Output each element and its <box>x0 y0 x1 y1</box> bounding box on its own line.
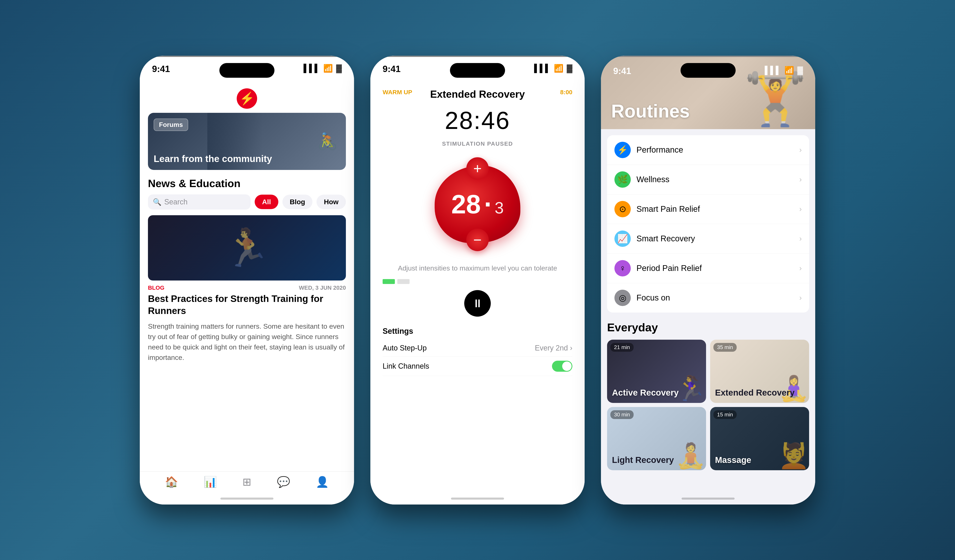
routine-wellness[interactable]: 🌿 Wellness › <box>607 165 809 194</box>
workout-title-row: WARM UP Extended Recovery 8:00 <box>370 82 585 102</box>
home-indicator-2 <box>451 497 504 500</box>
card-active-recovery[interactable]: 🏃‍♀️ 21 min Active Recovery <box>607 339 706 403</box>
routines-list: ⚡ Performance › 🌿 Wellness › ⊙ Smart Pai… <box>607 135 809 313</box>
settings-section: Settings Auto Step-Up Every 2nd › Link C… <box>370 323 585 380</box>
logo-circle: ⚡ <box>237 88 257 109</box>
intensity-decimal: 3 <box>495 199 504 217</box>
dynamic-island-3 <box>681 63 736 78</box>
massage-bg: 💆 15 min Massage <box>710 407 809 470</box>
dynamic-island <box>219 63 274 78</box>
chevron-performance: › <box>799 145 802 154</box>
period-pain-label: Period Pain Relief <box>636 264 794 273</box>
nav-home[interactable]: 🏠 <box>165 476 178 488</box>
light-recovery-person: 🧘 <box>675 441 706 470</box>
signal-icon-2: ▌▌▌ <box>534 64 551 73</box>
intensity-dot: · <box>484 189 492 219</box>
light-recovery-bg: 🧘 30 min Light Recovery <box>607 407 706 470</box>
channel-bar-2 <box>397 279 410 284</box>
routine-focus-on[interactable]: ◎ Focus on › <box>607 283 809 313</box>
card-light-recovery[interactable]: 🧘 30 min Light Recovery <box>607 407 706 470</box>
decrease-intensity-button[interactable]: − <box>466 229 489 251</box>
status-time-3: 9:41 <box>613 66 631 76</box>
phone-3: 9:41 ▌▌▌ 📶 ▓ 🏋️ Routines ⚡ Performance › <box>601 56 815 505</box>
news-section-title: News & Education <box>140 170 354 194</box>
article-category-label: BLOG <box>148 285 164 291</box>
link-channels-label: Link Channels <box>383 362 429 371</box>
wifi-icon-3: 📶 <box>784 66 794 75</box>
routine-smart-recovery[interactable]: 📈 Smart Recovery › <box>607 224 809 253</box>
phone-1: 9:41 ▌▌▌ 📶 ▓ ⚡ Forums Learn from the com… <box>140 56 354 505</box>
nav-profile[interactable]: 👤 <box>316 476 329 488</box>
extended-recovery-bg: 🧘‍♀️ 35 min Extended Recovery <box>710 339 809 403</box>
increase-intensity-button[interactable]: + <box>466 157 489 180</box>
article-image: 🏃 <box>148 215 346 280</box>
wellness-label: Wellness <box>636 175 794 184</box>
smart-pain-label: Smart Pain Relief <box>636 205 794 214</box>
active-recovery-person: 🏃‍♀️ <box>675 374 706 403</box>
forums-banner[interactable]: Forums Learn from the community <box>148 113 346 170</box>
battery-icon-3: ▓ <box>797 66 803 75</box>
time-remaining: 8:00 <box>560 89 572 96</box>
chevron-smart-pain: › <box>799 205 802 213</box>
home-indicator-1 <box>221 497 274 500</box>
article-meta: BLOG WED, 3 JUN 2020 <box>140 280 354 293</box>
forums-bg: Forums Learn from the community <box>148 113 346 170</box>
phone-2: 9:41 ▌▌▌ 📶 ▓ WARM UP Extended Recovery 8… <box>370 56 585 505</box>
status-icons-1: ▌▌▌ 📶 ▓ <box>304 64 342 73</box>
home-indicator-3 <box>681 497 734 500</box>
nav-apps[interactable]: ⊞ <box>243 476 251 488</box>
chevron-right-icon: › <box>570 344 572 352</box>
status-time-2: 9:41 <box>383 64 401 74</box>
focus-on-label: Focus on <box>636 293 794 302</box>
auto-step-up-row[interactable]: Auto Step-Up Every 2nd › <box>383 339 572 357</box>
routine-period-pain[interactable]: ♀ Period Pain Relief › <box>607 253 809 283</box>
workout-title: Extended Recovery <box>430 88 525 100</box>
routines-title: Routines <box>611 101 690 122</box>
filter-all-button[interactable]: All <box>255 195 278 209</box>
forums-tagline: Learn from the community <box>153 153 272 164</box>
search-input[interactable]: Search <box>164 198 188 206</box>
intensity-control: + − 28·3 <box>370 151 585 257</box>
active-recovery-label: Active Recovery <box>612 388 679 398</box>
light-recovery-label: Light Recovery <box>612 455 674 465</box>
article-date: WED, 3 JUN 2020 <box>299 285 346 291</box>
link-channels-row[interactable]: Link Channels <box>383 357 572 376</box>
filter-how-button[interactable]: How <box>316 195 346 209</box>
wifi-icon-2: 📶 <box>554 64 564 73</box>
channel-bar-1 <box>383 279 395 284</box>
wifi-icon-1: 📶 <box>323 64 333 73</box>
phone3-screen: 9:41 ▌▌▌ 📶 ▓ 🏋️ Routines ⚡ Performance › <box>601 56 815 505</box>
everyday-title: Everyday <box>607 321 809 339</box>
signal-icon-1: ▌▌▌ <box>304 64 320 73</box>
active-recovery-bg: 🏃‍♀️ 21 min Active Recovery <box>607 339 706 403</box>
extended-recovery-label: Extended Recovery <box>715 388 795 398</box>
wellness-icon: 🌿 <box>614 171 631 188</box>
card-extended-recovery[interactable]: 🧘‍♀️ 35 min Extended Recovery <box>710 339 809 403</box>
nav-messages[interactable]: 💬 <box>277 476 290 488</box>
massage-label: Massage <box>715 455 751 465</box>
card-massage[interactable]: 💆 15 min Massage <box>710 407 809 470</box>
routine-performance[interactable]: ⚡ Performance › <box>607 135 809 165</box>
smart-pain-icon: ⊙ <box>614 201 631 217</box>
intensity-main: 28 <box>451 189 481 219</box>
article-title[interactable]: Best Practices for Strength Training for… <box>140 293 354 321</box>
nav-stats[interactable]: 📊 <box>204 476 217 488</box>
chevron-focus-on: › <box>799 294 802 302</box>
forums-badge: Forums <box>153 119 188 131</box>
link-channels-toggle[interactable] <box>552 361 572 372</box>
smart-recovery-label: Smart Recovery <box>636 234 794 243</box>
pause-button[interactable]: ⏸ <box>464 290 491 317</box>
battery-icon-1: ▓ <box>336 64 342 73</box>
filter-blog-button[interactable]: Blog <box>282 195 313 209</box>
status-time-1: 9:41 <box>152 64 170 74</box>
intensity-value: 28·3 <box>451 189 504 219</box>
settings-title: Settings <box>383 327 572 339</box>
routine-smart-pain[interactable]: ⊙ Smart Pain Relief › <box>607 194 809 224</box>
everyday-grid: 🏃‍♀️ 21 min Active Recovery 🧘‍♀️ 35 min … <box>607 339 809 470</box>
extended-recovery-time: 35 min <box>713 343 737 352</box>
app-logo-1: ⚡ <box>140 82 354 113</box>
bolt-icon: ⚡ <box>240 91 255 106</box>
performance-icon: ⚡ <box>614 142 631 158</box>
battery-icon-2: ▓ <box>567 64 572 73</box>
search-box[interactable]: 🔍 Search <box>148 194 250 210</box>
